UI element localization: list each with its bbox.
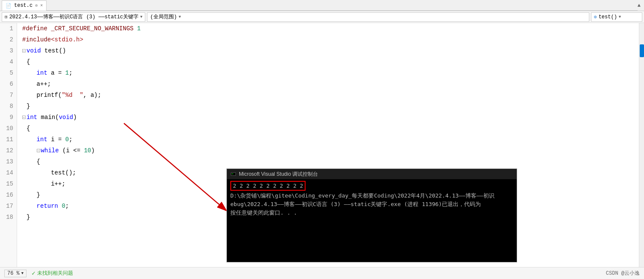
line-num: 11: [3, 134, 13, 145]
token: test();: [22, 167, 76, 178]
maximize-button[interactable]: ▲: [638, 3, 641, 9]
tab-close-button[interactable]: ×: [40, 3, 43, 8]
code-line-10: {: [22, 123, 639, 134]
token: int: [26, 112, 37, 123]
zoom-arrow-icon: ▼: [21, 271, 24, 276]
code-line-2: #include<stdio.h>: [22, 34, 639, 45]
token: i =: [47, 134, 65, 145]
svg-rect-5: [232, 174, 233, 174]
code-line-12: −while (i <= 10): [22, 145, 639, 156]
tab-bar: 📄 test.c ⊕ × ▲: [0, 0, 644, 11]
code-line-11: int i = 0;: [22, 134, 639, 145]
line-num: 12: [3, 145, 13, 156]
status-ok-text: 未找到相关问题: [37, 270, 73, 277]
line-num: 3: [3, 45, 13, 56]
vertical-scrollbar[interactable]: [639, 23, 644, 267]
code-line-5: int a = 1;: [22, 67, 639, 78]
token: a++;: [22, 78, 51, 90]
token: [22, 67, 37, 78]
line-num: 7: [3, 90, 13, 101]
tab-pin-icon: ⊕: [35, 3, 38, 8]
token: ;: [69, 134, 72, 145]
scrollbar-thumb[interactable]: [640, 44, 644, 57]
toolbar: ⊞ 2022.4.13——博客——初识C语言 (3) ——static关键字 ▼…: [0, 11, 644, 23]
breadcrumb-text: 2022.4.13——博客——初识C语言 (3) ——static关键字: [9, 13, 138, 20]
console-output-line-3: ebug\2022.4.13——博客——初识C语言 (3) ——static关键…: [230, 200, 513, 209]
token: test: [41, 45, 59, 56]
line-num: 2: [3, 34, 13, 45]
token: i++;: [22, 178, 65, 189]
func-arrow-icon: ▼: [619, 15, 621, 19]
token: int: [37, 134, 47, 145]
token: a =: [47, 67, 65, 78]
token: ): [73, 112, 76, 123]
line-num: 10: [3, 123, 13, 134]
token: (): [59, 45, 66, 56]
console-body: 2 2 2 2 2 2 2 2 2 2 2 D:\杂货铺\编程\gitee\Co…: [227, 179, 517, 262]
line-num: 1: [3, 23, 13, 34]
breadcrumb-grid-icon: ⊞: [5, 14, 8, 20]
token: 10: [84, 145, 91, 156]
token: ;: [69, 67, 72, 78]
token: 0: [65, 134, 69, 145]
token: return: [37, 201, 58, 212]
token: [22, 201, 37, 212]
console-popup: Microsoft Visual Studio 调试控制台 2 2 2 2 2 …: [226, 169, 517, 262]
token: [22, 134, 37, 145]
func-symbol-icon: ⊙: [594, 14, 597, 20]
scope-text: (全局范围): [150, 13, 176, 20]
collapse-icon-3[interactable]: −: [22, 49, 26, 52]
line-num: 17: [3, 201, 13, 212]
console-highlighted-line: 2 2 2 2 2 2 2 2 2 2 2: [230, 181, 513, 192]
token: , a);: [83, 90, 101, 101]
code-line-13: {: [22, 156, 639, 167]
token: int: [37, 67, 47, 78]
token: {: [26, 56, 30, 67]
line-num: 18: [3, 212, 13, 223]
scope-dropdown[interactable]: (全局范围) ▼: [147, 12, 589, 22]
token: }: [26, 212, 30, 223]
token: <stdio.h>: [51, 34, 83, 45]
function-dropdown[interactable]: ⊙ test() ▼: [591, 12, 642, 22]
token: [22, 145, 37, 156]
token: {: [26, 123, 30, 134]
code-line-7: printf("%d ", a);: [22, 90, 639, 101]
token: void: [59, 112, 74, 123]
line-num: 8: [3, 101, 13, 112]
status-credit: CSDN @云小逸: [606, 270, 640, 277]
status-ok-indicator: ✓ 未找到相关问题: [32, 270, 73, 277]
token: (i <=: [59, 145, 84, 156]
token: ;: [65, 201, 69, 212]
line-num: 4: [3, 56, 13, 67]
token: printf(: [22, 90, 62, 101]
code-line-1: #define _CRT_SECURE_NO_WARNINGS 1: [22, 23, 639, 34]
token: #include: [22, 34, 51, 45]
token: main(: [37, 112, 59, 123]
tab-test-c[interactable]: 📄 test.c ⊕ ×: [2, 0, 47, 11]
token: "%d ": [62, 90, 83, 101]
zoom-control[interactable]: 76 % ▼: [4, 270, 26, 277]
token: {: [22, 156, 40, 167]
breadcrumb-dropdown[interactable]: ⊞ 2022.4.13——博客——初识C语言 (3) ——static关键字 ▼: [2, 12, 145, 22]
token: void: [26, 45, 41, 56]
console-output-line-2: D:\杂货铺\编程\gitee\Coding_every_day_每天都要Cod…: [230, 192, 513, 200]
code-line-9: −int main(void): [22, 112, 639, 123]
check-icon: ✓: [32, 270, 35, 277]
scope-arrow-icon: ▼: [179, 15, 181, 19]
token: 1: [65, 67, 69, 78]
status-bar: 76 % ▼ ✓ 未找到相关问题 CSDN @云小逸: [0, 267, 644, 279]
file-icon: 📄: [6, 3, 12, 9]
token: #define _CRT_SECURE_NO_WARNINGS 1: [22, 23, 141, 34]
line-num: 13: [3, 156, 13, 167]
line-num: 16: [3, 189, 13, 201]
collapse-icon-9[interactable]: −: [22, 116, 26, 119]
zoom-value: 76 %: [7, 270, 20, 276]
console-icon: [230, 171, 236, 177]
code-line-4: {: [22, 56, 639, 67]
code-line-8: }: [22, 101, 639, 112]
collapse-icon-12[interactable]: −: [37, 149, 40, 152]
token: while: [41, 145, 59, 156]
line-num: 9: [3, 112, 13, 123]
console-title-text: Microsoft Visual Studio 调试控制台: [239, 171, 318, 178]
tab-label: test.c: [14, 3, 32, 9]
